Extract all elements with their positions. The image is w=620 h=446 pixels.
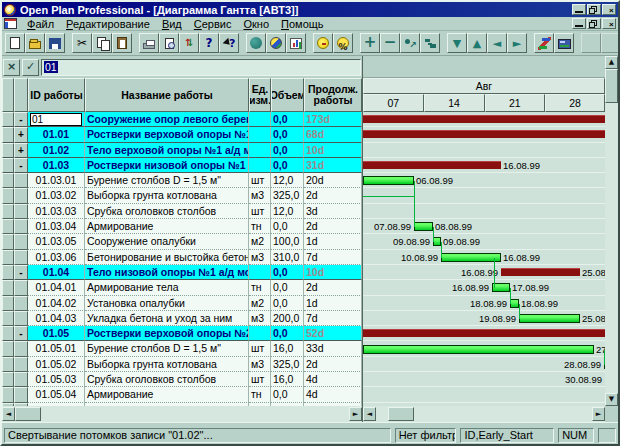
- report-a-button[interactable]: [581, 33, 601, 53]
- histogram-button[interactable]: [286, 33, 306, 53]
- table-row[interactable]: -01.03Ростверки низовой опоры №1 а/д мос…: [2, 158, 362, 173]
- cell-unit[interactable]: [249, 326, 271, 341]
- table-row[interactable]: 01.03.02Выборка грунта котлованам3325,02…: [2, 188, 362, 203]
- expand-collapse-toggle[interactable]: -: [14, 158, 28, 173]
- outline-button[interactable]: [420, 33, 440, 53]
- cell-activity-id[interactable]: 01.03.04: [28, 219, 85, 234]
- cell-activity-name[interactable]: Ростверки верховой опоры №2 а/д: [85, 326, 249, 341]
- table-row[interactable]: 01.03.01Бурение столбов D = 1,5 м"шт12,0…: [2, 173, 362, 188]
- sort-button[interactable]: [179, 33, 199, 53]
- table-row[interactable]: 01.03.06Бетонирование и выстойка бетонам…: [2, 250, 362, 265]
- cell-duration[interactable]: 10d: [304, 143, 362, 158]
- cell-unit[interactable]: шт: [249, 173, 271, 188]
- cell-quantity[interactable]: 310,0: [271, 250, 304, 265]
- row-selector-cell[interactable]: [2, 143, 14, 158]
- table-row[interactable]: 01.04.01Армирование телатн0,02d: [2, 280, 362, 295]
- cell-quantity[interactable]: 0,0: [271, 127, 304, 142]
- mdi-document-icon[interactable]: [4, 18, 17, 29]
- table-scroll-thumb[interactable]: [15, 407, 41, 421]
- table-row[interactable]: 01.04.02Установка опалубким20,01d: [2, 296, 362, 311]
- cell-activity-id[interactable]: 01.03.05: [28, 234, 85, 249]
- cut-button[interactable]: [72, 33, 92, 53]
- cell-duration[interactable]: 7d: [304, 311, 362, 326]
- cell-activity-name[interactable]: Тело низовой опоры №1 а/д моста: [85, 265, 249, 280]
- cell-activity-name[interactable]: Сооружение опор левого берега: [85, 112, 249, 127]
- cell-quantity[interactable]: 0,0: [271, 219, 304, 234]
- cell-duration[interactable]: 4d: [304, 387, 362, 402]
- cell-activity-id[interactable]: 01.05.02: [28, 357, 85, 372]
- context-help-button[interactable]: [219, 33, 239, 53]
- scroll-left-button[interactable]: ◄: [363, 407, 376, 421]
- gantt-bar-task[interactable]: [519, 314, 580, 323]
- cell-activity-id[interactable]: 01.04.02: [28, 296, 85, 311]
- cell-unit[interactable]: [249, 158, 271, 173]
- menu-item-2[interactable]: Редактирование: [66, 18, 150, 30]
- cell-duration[interactable]: 3d: [304, 204, 362, 219]
- scroll-right-button[interactable]: ►: [592, 407, 605, 421]
- cell-edit-input[interactable]: 01: [41, 59, 361, 76]
- cell-quantity[interactable]: 0,0: [271, 143, 304, 158]
- cell-unit[interactable]: [249, 265, 271, 280]
- cell-unit[interactable]: м3: [249, 311, 271, 326]
- cell-quantity[interactable]: 325,0: [271, 357, 304, 372]
- close-button[interactable]: ×: [602, 4, 616, 15]
- minimize-button[interactable]: [572, 4, 586, 15]
- expand-collapse-toggle[interactable]: -: [14, 326, 28, 341]
- child-restore-button[interactable]: [587, 18, 601, 29]
- percent-button[interactable]: [333, 33, 353, 53]
- row-selector-cell[interactable]: [2, 173, 14, 188]
- gantt-bar-task[interactable]: [414, 222, 433, 231]
- links-button[interactable]: [534, 33, 554, 53]
- table-row[interactable]: 01.03.05Сооружение опалубким2100,01d: [2, 234, 362, 249]
- row-selector-cell[interactable]: [2, 357, 14, 372]
- cell-activity-id[interactable]: 01.05.04: [28, 387, 85, 402]
- cell-activity-id[interactable]: 01.03: [28, 158, 85, 173]
- preview-button[interactable]: [159, 33, 179, 53]
- cell-quantity[interactable]: 100,0: [271, 234, 304, 249]
- cell-unit[interactable]: м3: [249, 250, 271, 265]
- cell-activity-name[interactable]: Бетонирование и выстойка бетона: [85, 250, 249, 265]
- gantt-bar-summary[interactable]: [363, 161, 501, 169]
- row-selector-cell[interactable]: [2, 341, 14, 356]
- gantt-bar-task[interactable]: [363, 345, 594, 354]
- cell-quantity[interactable]: 325,0: [271, 188, 304, 203]
- cell-quantity[interactable]: 0,0: [271, 280, 304, 295]
- cell-duration[interactable]: 4d: [304, 372, 362, 387]
- cell-activity-id[interactable]: 01.02: [28, 143, 85, 158]
- cell-unit[interactable]: [249, 112, 271, 127]
- cell-duration[interactable]: 20d: [304, 173, 362, 188]
- row-selector-cell[interactable]: [2, 387, 14, 402]
- gantt-bar-task[interactable]: [363, 176, 414, 185]
- open-button[interactable]: [25, 33, 45, 53]
- print-button[interactable]: [139, 33, 159, 53]
- cell-unit[interactable]: [249, 127, 271, 142]
- row-selector-cell[interactable]: [2, 311, 14, 326]
- cell-activity-name[interactable]: Выборка грунта котлована: [85, 357, 249, 372]
- cell-duration[interactable]: 1d: [304, 234, 362, 249]
- cell-activity-id[interactable]: 01.04.03: [28, 311, 85, 326]
- table-row[interactable]: -01.04Тело низовой опоры №1 а/д моста0,0…: [2, 265, 362, 280]
- cell-activity-name[interactable]: Выборка грунта котлована: [85, 188, 249, 203]
- menu-item-6[interactable]: Помощь: [281, 18, 324, 30]
- sphere-button[interactable]: [246, 33, 266, 53]
- cell-activity-name[interactable]: Тело верховой опоры №1 а/д моста: [85, 143, 249, 158]
- cell-activity-id[interactable]: 01.05.01: [28, 341, 85, 356]
- cell-activity-name[interactable]: Ростверки верховой опоры №1 а/д: [85, 127, 249, 142]
- cell-activity-name[interactable]: Сооружение опалубки: [85, 234, 249, 249]
- child-close-button[interactable]: ×: [602, 18, 616, 29]
- cell-activity-name[interactable]: Срубка оголовков столбов: [85, 372, 249, 387]
- table-row[interactable]: -01Сооружение опор левого берега0,0173d: [2, 112, 362, 127]
- table-row[interactable]: 01.05.04Армированиетн0,04d: [2, 387, 362, 402]
- table-row[interactable]: +01.01Ростверки верховой опоры №1 а/д0,0…: [2, 127, 362, 142]
- row-selector-cell[interactable]: [2, 127, 14, 142]
- menu-item-1[interactable]: Файл: [27, 18, 54, 30]
- expand-collapse-toggle[interactable]: -: [14, 112, 28, 127]
- gantt-bar-summary[interactable]: [363, 329, 605, 337]
- minus-button[interactable]: [380, 33, 400, 53]
- restore-button[interactable]: [587, 4, 601, 15]
- row-selector-cell[interactable]: [2, 204, 14, 219]
- cell-activity-id[interactable]: 01.05: [28, 326, 85, 341]
- cell-duration[interactable]: 68d: [304, 127, 362, 142]
- cell-activity-name[interactable]: Армирование тела: [85, 280, 249, 295]
- cell-activity-name[interactable]: Срубка оголовков столбов: [85, 204, 249, 219]
